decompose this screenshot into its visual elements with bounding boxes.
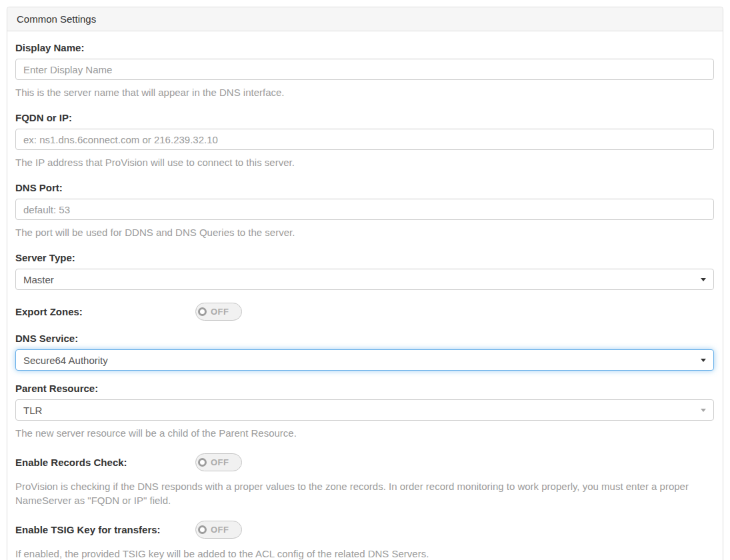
server-type-label: Server Type: xyxy=(15,253,714,263)
enable-tsig-key-label: Enable TSIG Key for transfers: xyxy=(15,525,195,535)
common-settings-panel: Common Settings Display Name: This is th… xyxy=(7,7,723,560)
enable-records-check-toggle-state: OFF xyxy=(211,457,229,467)
enable-records-check-toggle[interactable]: OFF xyxy=(195,453,242,471)
enable-tsig-key-toggle-state: OFF xyxy=(211,525,229,535)
server-type-select[interactable]: Master xyxy=(15,269,714,290)
fqdn-ip-input[interactable] xyxy=(15,129,714,150)
fqdn-ip-label: FQDN or IP: xyxy=(15,113,714,123)
display-name-label: Display Name: xyxy=(15,43,714,53)
enable-records-check-label: Enable Records Check: xyxy=(15,457,195,467)
dns-service-group: DNS Service: Secure64 Authority xyxy=(15,333,714,371)
dns-service-value: Secure64 Authority xyxy=(23,355,695,366)
enable-tsig-key-row: Enable TSIG Key for transfers: OFF xyxy=(15,521,714,539)
parent-resource-help: The new server resource will be a child … xyxy=(15,426,714,440)
parent-resource-select[interactable]: TLR xyxy=(15,399,714,421)
export-zones-group: Export Zones: OFF xyxy=(15,303,714,321)
dns-port-input[interactable] xyxy=(15,199,714,220)
panel-title: Common Settings xyxy=(7,7,723,31)
chevron-down-icon xyxy=(701,359,706,362)
dns-port-group: DNS Port: The port will be used for DDNS… xyxy=(15,183,714,239)
fqdn-ip-group: FQDN or IP: The IP address that ProVisio… xyxy=(15,113,714,169)
server-type-value: Master xyxy=(23,274,695,285)
enable-records-check-row: Enable Records Check: OFF xyxy=(15,453,714,471)
chevron-down-icon xyxy=(701,278,706,281)
dns-port-label: DNS Port: xyxy=(15,183,714,193)
enable-tsig-key-toggle[interactable]: OFF xyxy=(195,521,242,539)
panel-body: Display Name: This is the server name th… xyxy=(7,31,723,560)
server-type-group: Server Type: Master xyxy=(15,253,714,290)
enable-records-check-group: Enable Records Check: OFF ProVision is c… xyxy=(15,453,714,507)
display-name-help: This is the server name that will appear… xyxy=(15,85,714,99)
export-zones-label: Export Zones: xyxy=(15,307,195,317)
enable-tsig-key-help: If enabled, the provided TSIG key will b… xyxy=(15,547,714,560)
dns-service-label: DNS Service: xyxy=(15,333,714,343)
enable-records-check-help: ProVision is checking if the DNS respond… xyxy=(15,479,714,507)
dns-service-select[interactable]: Secure64 Authority xyxy=(15,349,714,371)
parent-resource-group: Parent Resource: TLR The new server reso… xyxy=(15,383,714,440)
fqdn-ip-help: The IP address that ProVision will use t… xyxy=(15,155,714,169)
enable-tsig-key-group: Enable TSIG Key for transfers: OFF If en… xyxy=(15,521,714,560)
display-name-input[interactable] xyxy=(15,59,714,80)
export-zones-toggle[interactable]: OFF xyxy=(195,303,242,321)
toggle-knob-icon xyxy=(198,458,207,467)
export-zones-toggle-state: OFF xyxy=(211,307,229,317)
toggle-knob-icon xyxy=(198,525,207,534)
dns-port-help: The port will be used for DDNS and DNS Q… xyxy=(15,225,714,239)
toggle-knob-icon xyxy=(198,307,207,316)
display-name-group: Display Name: This is the server name th… xyxy=(15,43,714,99)
parent-resource-label: Parent Resource: xyxy=(15,383,714,393)
parent-resource-value: TLR xyxy=(23,405,695,416)
chevron-down-icon xyxy=(701,409,706,412)
